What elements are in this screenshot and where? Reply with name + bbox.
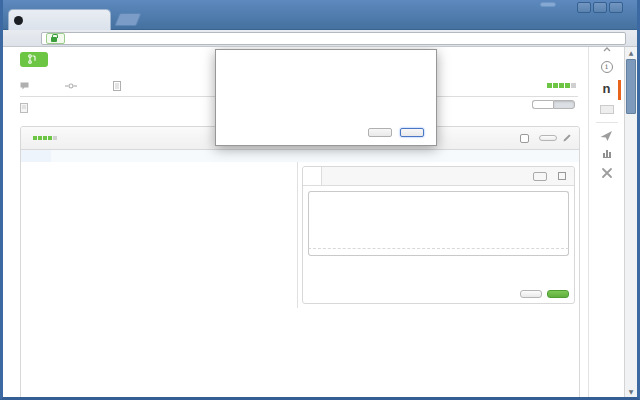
confirm-navigation-dialog — [215, 49, 437, 146]
file-icon — [20, 103, 28, 113]
comment-textarea[interactable] — [308, 191, 569, 248]
commit-icon — [65, 82, 77, 90]
scrollbar-thumb[interactable] — [626, 59, 636, 114]
vertical-scrollbar[interactable]: ▲ ▼ — [624, 47, 637, 397]
screenshot-icon[interactable] — [600, 105, 614, 114]
active-panel-indicator — [618, 80, 621, 100]
page-content: i n ▲ ▼ — [3, 47, 637, 397]
diff-comment-row — [21, 162, 579, 308]
comment-form-tabs — [303, 167, 574, 186]
fullscreen-icon — [558, 172, 566, 180]
tools-icon[interactable] — [601, 167, 613, 179]
diff-left-spacer — [21, 162, 298, 308]
close-button[interactable] — [609, 2, 623, 13]
unified-button[interactable] — [532, 100, 553, 109]
titlebar — [0, 0, 640, 30]
tab-commits[interactable] — [65, 82, 95, 90]
collapse-icon[interactable] — [602, 47, 612, 53]
pr-state-badge — [20, 52, 48, 67]
unfold-icon[interactable] — [21, 150, 51, 162]
browser-toolbar — [0, 30, 640, 47]
hunk-header-row — [21, 150, 579, 162]
split-button[interactable] — [553, 100, 575, 109]
tab-conversation[interactable] — [20, 82, 47, 90]
extension-side-panel: i n — [588, 47, 624, 397]
diff-view-toggle — [532, 100, 575, 109]
paper-plane-icon[interactable] — [600, 130, 613, 142]
stay-on-page-button[interactable] — [368, 128, 392, 137]
comment-bubble-icon — [20, 82, 29, 90]
lock-icon — [51, 37, 57, 42]
file-diff-icon — [113, 81, 121, 91]
pr-header — [20, 52, 216, 67]
browser-window: i n ▲ ▼ — [0, 0, 640, 400]
pencil-icon[interactable] — [562, 133, 572, 143]
bar-chart-icon[interactable] — [603, 150, 611, 158]
fullscreen-hint[interactable] — [558, 172, 569, 180]
markdown-icon — [533, 172, 547, 181]
ev-certificate-badge[interactable] — [46, 33, 65, 44]
cancel-button[interactable] — [520, 290, 542, 298]
minimize-button[interactable] — [577, 2, 591, 13]
octocat-icon[interactable]: n — [603, 82, 611, 96]
tab-preview[interactable] — [322, 167, 340, 185]
pull-request-icon — [28, 54, 36, 64]
comment-form-actions — [303, 285, 574, 303]
scroll-up-icon[interactable]: ▲ — [625, 49, 637, 56]
tab-files-changed[interactable] — [113, 81, 121, 91]
diffstat — [541, 83, 578, 88]
leave-page-button[interactable] — [400, 128, 424, 137]
comment-button[interactable] — [547, 290, 569, 298]
address-bar[interactable] — [41, 32, 626, 45]
new-tab-button[interactable] — [114, 13, 141, 26]
diffstat-blocks-icon — [547, 83, 576, 88]
profile-badge[interactable] — [540, 2, 556, 7]
view-button[interactable] — [539, 135, 557, 141]
show-notes-checkbox[interactable] — [520, 134, 529, 143]
panel-divider — [596, 122, 618, 123]
tab-write[interactable] — [303, 167, 322, 185]
inline-comment-form — [302, 166, 575, 304]
info-icon[interactable]: i — [601, 61, 613, 73]
attach-hint — [308, 248, 569, 256]
scroll-down-icon[interactable]: ▼ — [625, 388, 637, 395]
maximize-button[interactable] — [593, 2, 607, 13]
hunk-header-text — [51, 150, 579, 162]
file-diffstat-blocks-icon — [33, 136, 57, 140]
github-favicon-icon — [14, 16, 23, 25]
file-diff-box — [20, 126, 580, 397]
browser-tab[interactable] — [8, 9, 111, 30]
markdown-hint — [533, 172, 550, 181]
